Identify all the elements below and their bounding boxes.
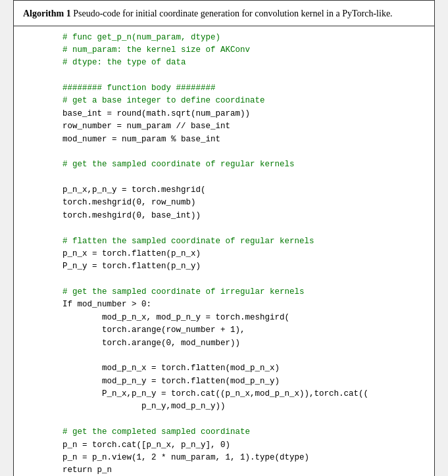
code-line: P_n_y = torch.flatten(p_n_y): [23, 260, 425, 273]
code-line: p_n_x,p_n_y = torch.meshgrid(: [23, 184, 425, 197]
code-line: If mod_number > 0:: [23, 298, 425, 311]
code-line: torch.arange(row_number + 1),: [23, 324, 425, 337]
code-line: torch.meshgird(0, base_int)): [23, 210, 425, 222]
code-line: p_n_x = torch.flatten(p_n_x): [23, 248, 425, 260]
code-line: ######## function body ########: [23, 82, 425, 95]
code-line: p_n = p_n.view(1, 2 * num_param, 1, 1).t…: [23, 452, 425, 464]
code-line: # get a base integer to define coordinat…: [23, 95, 425, 107]
code-line: P_n_x,p_n_y = torch.cat((p_n_x,mod_p_n_x…: [23, 388, 425, 400]
code-line: p_n = torch.cat([p_n_x, p_n_y], 0): [23, 439, 425, 452]
algorithm-title: Algorithm 1 Pseudo-code for initial coor…: [23, 7, 425, 20]
algorithm-label: Algorithm 1: [23, 9, 71, 18]
algorithm-header: Algorithm 1 Pseudo-code for initial coor…: [14, 1, 434, 26]
code-line: [23, 414, 425, 426]
code-line: mod_p_n_x = torch.flatten(mod_p_n_x): [23, 362, 425, 375]
code-line: [23, 146, 425, 158]
code-line: [23, 274, 425, 286]
code-line: base_int = round(math.sqrt(num_param)): [23, 108, 425, 120]
code-line: # dtype: the type of data: [23, 57, 425, 69]
code-line: # flatten the sampled coordinate of regu…: [23, 235, 425, 248]
algorithm-description: Pseudo-code for initial coordinate gener…: [73, 9, 392, 18]
code-line: p_n_y,mod_p_n_y)): [23, 400, 425, 413]
code-line: mod_p_n_x, mod_p_n_y = torch.meshgird(: [23, 312, 425, 324]
code-line: # get the sampled coordinate of regular …: [23, 158, 425, 171]
code-line: [23, 222, 425, 235]
code-line: row_number = num_param // base_int: [23, 120, 425, 133]
code-line: # get the completed sampled coordinate: [23, 426, 425, 439]
code-line: # func get_p_n(num_param, dtype): [23, 32, 425, 44]
code-line: [23, 350, 425, 362]
code-line: # num_param: the kernel size of AKConv: [23, 44, 425, 57]
code-line: torch.arange(0, mod_number)): [23, 337, 425, 350]
code-line: mod_numer = num_param % base_int: [23, 133, 425, 146]
algorithm-body: # func get_p_n(num_param, dtype) # num_p…: [14, 26, 434, 476]
code-line: [23, 70, 425, 82]
code-line: torch.meshgrid(0, row_numb): [23, 197, 425, 209]
algorithm-container: Algorithm 1 Pseudo-code for initial coor…: [13, 0, 435, 476]
code-line: # get the sampled coordinate of irregula…: [23, 286, 425, 298]
code-line: [23, 172, 425, 184]
code-block: # func get_p_n(num_param, dtype) # num_p…: [23, 32, 425, 476]
code-line: return p_n: [23, 464, 425, 476]
code-line: mod_p_n_y = torch.flatten(mod_p_n_y): [23, 375, 425, 388]
